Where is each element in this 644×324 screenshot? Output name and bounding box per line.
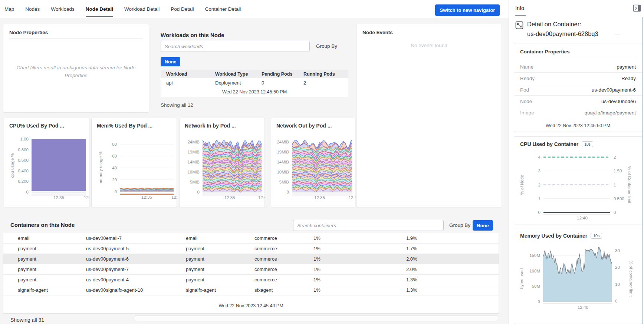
svg-text:10MiB: 10MiB [277,170,289,174]
mem-pod-chart-title: Mem% Used By Pod ... [97,123,152,129]
collapse-panel-icon[interactable] [632,4,641,13]
svg-text:100M: 100M [529,269,540,273]
svg-text:0.600: 0.600 [18,158,29,162]
property-row-node: Nodeus-dev00node6 [514,96,642,107]
node-properties-empty-message: Chart filters result in ambiguous data s… [14,64,138,80]
mem-pod-chart[interactable]: 806040200memory usage %12:3512: [92,118,177,207]
more-menu-icon[interactable]: ⋯ [614,30,620,37]
node-events-card: Node Events No events found [356,24,502,207]
svg-text:30: 30 [615,248,620,253]
tab-container-detail[interactable]: Container Detail [205,0,241,18]
svg-text:3: 3 [538,169,540,173]
container-row[interactable]: signalfx-agentus-dev00signalfx-agent-10s… [3,285,499,295]
tab-node-detail[interactable]: Node Detail [86,0,113,18]
svg-text:19MiB: 19MiB [187,150,200,154]
svg-text:12:35: 12:35 [224,195,235,200]
switch-navigator-button[interactable]: Switch to new navigator [435,4,500,16]
svg-text:50M: 50M [532,284,540,288]
tab-workload-detail[interactable]: Workload Detail [124,0,160,18]
tab-nodes[interactable]: Nodes [25,0,40,18]
svg-text:0.400: 0.400 [18,169,29,173]
workloads-table: WorkloadWorkload TypePending PodsRunning… [161,70,348,97]
svg-text:0.200: 0.200 [18,179,29,184]
svg-text:24MiB: 24MiB [277,140,289,144]
kubernetes-navigator-app: MapNodesWorkloadsNode DetailWorkload Det… [0,0,644,324]
svg-text:150M: 150M [529,253,540,258]
info-panel-title: Info [515,5,524,11]
containers-table: emailus-dev00email-7emailcommerce1%1.9%p… [3,233,499,295]
svg-text:0: 0 [538,210,540,215]
property-row-pod: Podus-dev00payment-6 [514,84,642,96]
container-row[interactable]: paymentus-dev00payment-4paymentcommerce1… [3,275,499,285]
cpu-pod-card: 1.000.8000.6000.4000.2000cpu usage %12:3… [4,118,89,207]
svg-text:40: 40 [112,166,117,170]
net-out-chart[interactable]: 24MiB19MiB14MiB10MiB5MiB012:3512:4 [271,118,355,207]
net-out-card: 24MiB19MiB14MiB10MiB5MiB012:3512:4Networ… [271,118,355,207]
container-properties-title: Container Properties [520,49,636,54]
svg-text:0: 0 [26,190,29,194]
tab-pod-detail[interactable]: Pod Detail [171,0,194,18]
containers-group-by-label: Group By [449,222,470,228]
container-row[interactable]: paymentus-dev00payment-6paymentcommerce1… [3,254,499,264]
tab-workloads[interactable]: Workloads [51,0,75,18]
svg-text:19MiB: 19MiB [277,150,289,154]
svg-text:12:: 12: [171,195,177,199]
workloads-group-by-none-button[interactable]: None [161,57,180,66]
containers-table-card: emailus-dev00email-7emailcommerce1%1.9%p… [3,233,499,314]
node-properties-title: Node Properties [9,30,143,35]
workloads-group-by-label: Group By [316,43,337,49]
workloads-title: Workloads on this Node [161,32,224,38]
cpu-pod-chart[interactable]: 1.000.8000.6000.4000.2000cpu usage %12:3… [4,118,89,207]
net-in-chart-title: Network In by Pod ... [185,123,236,129]
node-events-title: Node Events [362,30,496,35]
svg-text:bytes used: bytes used [519,268,524,289]
memory-used-by-container-chart[interactable]: 150M100M50M03020100bytes used% of contai… [514,228,642,324]
workload-row[interactable]: apiDeployment020 [161,78,348,87]
svg-text:12:4: 12:4 [349,195,356,200]
svg-text:0: 0 [614,210,616,215]
svg-text:0.500: 0.500 [614,196,624,201]
svg-text:12:35: 12:35 [141,195,152,199]
svg-text:1.50: 1.50 [614,169,622,173]
net-in-card: 24MiB19MiB14MiB10MiB5MiB012:3512:4Networ… [179,118,265,207]
svg-text:0: 0 [615,299,617,303]
svg-text:12:40: 12:40 [578,305,588,310]
containers-group-by-none-button[interactable]: None [473,220,493,231]
svg-text:0: 0 [197,190,200,194]
svg-text:4: 4 [538,155,541,159]
svg-text:12:40: 12:40 [577,216,588,220]
property-row-image: Imagequay.io/image/payment [514,107,642,117]
info-panel: Info Detail on Container: us-dev00paymen… [509,0,644,324]
container-row[interactable]: paymentus-dev00payment-5paymentcommerce1… [3,244,499,254]
info-panel-scrollbar[interactable] [642,17,643,324]
svg-text:14MiB: 14MiB [277,160,289,164]
container-row[interactable]: paymentus-dev00payment-7paymentcommerce1… [3,264,499,275]
net-in-chart[interactable]: 24MiB19MiB14MiB10MiB5MiB012:3512:4 [180,118,264,207]
tab-map[interactable]: Map [4,0,14,18]
container-properties-rows: NamepaymentReadyReadyPodus-dev00payment-… [514,61,642,117]
horizontal-scrollbar[interactable] [134,315,499,321]
detail-title-prefix: Detail on Container: [527,21,581,28]
svg-text:2: 2 [538,183,540,187]
svg-text:% of container limit: % of container limit [629,261,633,297]
cpu-pod-chart-title: CPU% Used By Pod ... [9,123,64,129]
svg-text:2: 2 [614,155,616,159]
workloads-search-input[interactable] [161,41,310,52]
svg-text:12:4: 12:4 [258,195,265,200]
svg-text:60: 60 [112,154,117,158]
svg-text:0: 0 [538,300,540,304]
cpu-used-by-container-chart[interactable]: 4321021.5010.5000% of Node% of Container… [514,137,642,224]
svg-text:20: 20 [112,178,117,182]
container-row[interactable]: emailus-dev00email-7emailcommerce1%1.9% [3,233,499,244]
expand-detail-icon[interactable] [515,21,523,29]
svg-text:5MiB: 5MiB [279,180,289,184]
svg-text:1: 1 [538,196,540,201]
memory-used-by-container-card: Memory Used by Container 10s 150M100M50M… [514,228,642,324]
containers-search-input[interactable] [293,220,444,231]
workloads-timestamp: Wed 22 Nov 2023 12:45:50 PM [161,87,348,97]
containers-showing-count: Showing all 31 [10,317,44,323]
svg-text:20: 20 [615,265,620,270]
svg-text:80: 80 [112,142,117,146]
navigator-tabs: MapNodesWorkloadsNode DetailWorkload Det… [4,0,241,18]
svg-text:12:35: 12:35 [53,195,64,200]
